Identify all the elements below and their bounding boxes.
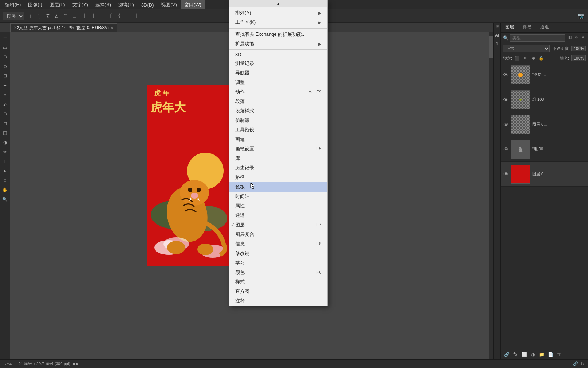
layer-item[interactable]: 👁 组 103 xyxy=(501,87,588,112)
menu-item-exchange[interactable]: 查找有关 Exchange 的扩展功能... xyxy=(229,30,327,39)
menu-item-measurement[interactable]: 测量记录 xyxy=(229,59,327,68)
layer-item[interactable]: 👁 图层 8... xyxy=(501,112,588,137)
menu-item-notes[interactable]: 注释 xyxy=(229,296,327,306)
menu-select[interactable]: 选择(S) xyxy=(92,0,115,9)
menu-item-learn[interactable]: 学习 xyxy=(229,258,327,268)
tool-hand[interactable]: ✋ xyxy=(1,185,9,194)
menu-item-para-styles[interactable]: 段落样式 xyxy=(229,106,327,116)
menu-layer[interactable]: 图层(L) xyxy=(46,0,69,9)
menu-3d[interactable]: 3D(D) xyxy=(138,1,158,9)
menu-item-tool-presets[interactable]: 工具预设 xyxy=(229,125,327,135)
add-style-icon[interactable]: fx xyxy=(512,351,519,358)
layer-visibility-eye[interactable]: 👁 xyxy=(503,122,509,127)
menu-scroll-up[interactable]: ▲ xyxy=(229,0,327,7)
menu-item-swatches[interactable]: 色板 xyxy=(229,182,327,192)
dist-icon-1[interactable]: ⎤ xyxy=(80,12,88,20)
align-icon-6[interactable]: ⎵ xyxy=(70,12,78,20)
tool-dodge[interactable]: ◑ xyxy=(1,138,9,147)
align-icon-2[interactable]: ⎱ xyxy=(35,12,43,20)
tool-crop[interactable]: ⊞ xyxy=(1,72,9,80)
link-layers-icon[interactable]: 🔗 xyxy=(503,351,510,358)
menu-item-histogram[interactable]: 直方图 xyxy=(229,287,327,296)
tool-eyedropper[interactable]: ✒ xyxy=(1,81,9,90)
dist-icon-4[interactable]: ⎧ xyxy=(107,12,115,20)
menu-item-clone[interactable]: 仿制源 xyxy=(229,116,327,125)
add-adjustment-icon[interactable]: ◑ xyxy=(529,351,537,358)
dist-icon-6[interactable]: ⎩ xyxy=(124,12,132,20)
menu-item-arrange[interactable]: 排列(A) ▶ xyxy=(229,8,327,18)
scrollbar-thumb[interactable] xyxy=(489,36,493,58)
menu-item-workspace[interactable]: 工作区(K) ▶ xyxy=(229,18,327,27)
menu-window[interactable]: 窗口(W) xyxy=(181,0,205,9)
menu-item-brush-settings[interactable]: 画笔设置 F5 xyxy=(229,144,327,154)
align-icon-4[interactable]: ⎳ xyxy=(53,12,61,20)
align-icon-1[interactable]: ⎰ xyxy=(26,12,34,20)
menu-item-layer-comps[interactable]: 图层复合 xyxy=(229,230,327,239)
new-group-icon[interactable]: 📁 xyxy=(538,351,545,358)
lock-pixels-icon[interactable]: ⬛ xyxy=(514,55,520,61)
filter-icon-3[interactable]: A xyxy=(580,35,586,41)
menu-item-info[interactable]: 信息 F8 xyxy=(229,239,327,249)
menu-item-adjustments[interactable]: 调整 xyxy=(229,78,327,87)
tool-move[interactable]: ✛ xyxy=(1,34,9,42)
tool-zoom[interactable]: 🔍 xyxy=(1,195,9,204)
dist-icon-7[interactable]: ⎪ xyxy=(133,12,141,20)
document-tab[interactable]: 22元旦 虎年大吉.psd @ 16.7% (图层 0, RGB/8#) × xyxy=(10,23,117,32)
layer-item[interactable]: 👁 "图层 ... xyxy=(501,62,588,87)
menu-item-paragraph[interactable]: 段落 xyxy=(229,97,327,106)
opacity-input[interactable]: 100% xyxy=(571,46,586,51)
tool-select-rect[interactable]: ▭ xyxy=(1,43,9,52)
layer-dropdown[interactable]: 图层 xyxy=(3,12,24,20)
menu-item-library[interactable]: 库 xyxy=(229,154,327,163)
tool-spot-heal[interactable]: ✦ xyxy=(1,91,9,99)
menu-item-history[interactable]: 历史记录 xyxy=(229,163,327,173)
new-layer-icon[interactable]: 📄 xyxy=(547,351,554,358)
panel-icon-1[interactable]: ⊞ xyxy=(494,24,500,30)
tool-gradient[interactable]: ◫ xyxy=(1,129,9,137)
lock-all-icon[interactable]: 🔒 xyxy=(538,55,544,61)
menu-item-paths[interactable]: 路径 xyxy=(229,173,327,182)
menu-text[interactable]: 文字(Y) xyxy=(69,0,92,9)
dist-icon-2[interactable]: ⎥ xyxy=(89,12,97,20)
filter-icon-4[interactable]: ✦ xyxy=(587,35,588,41)
tab-close-button[interactable]: × xyxy=(111,26,113,30)
menu-filter[interactable]: 滤镜(T) xyxy=(115,0,138,9)
dist-icon-5[interactable]: ⎨ xyxy=(115,12,123,20)
tool-path-select[interactable]: ▸ xyxy=(1,166,9,175)
tab-channels[interactable]: 通道 xyxy=(536,23,553,32)
layer-item[interactable]: 👁 图层 0 xyxy=(501,162,588,187)
menu-item-styles[interactable]: 样式 xyxy=(229,277,327,287)
panel-icon-para[interactable]: ¶ xyxy=(494,42,500,47)
menu-view[interactable]: 视图(V) xyxy=(157,0,180,9)
tool-shape[interactable]: □ xyxy=(1,176,9,185)
tool-eraser[interactable]: ◻ xyxy=(1,119,9,128)
add-mask-icon[interactable]: ⬜ xyxy=(521,351,528,358)
dist-icon-3[interactable]: ⎦ xyxy=(98,12,106,20)
menu-item-properties[interactable]: 属性 xyxy=(229,201,327,211)
fill-input[interactable]: 100% xyxy=(571,55,586,61)
panel-menu-icon[interactable]: ☰ xyxy=(582,23,588,28)
align-icon-3[interactable]: ⎲ xyxy=(44,12,52,20)
panel-icon-ai[interactable]: AI xyxy=(494,33,500,39)
lock-artboard-icon[interactable]: ⊕ xyxy=(530,55,536,61)
lock-move-icon[interactable]: ✏ xyxy=(522,55,528,61)
menu-item-actions[interactable]: 动作 Alt+F9 xyxy=(229,87,327,97)
filter-icon-1[interactable]: ◧ xyxy=(567,35,573,41)
layer-item[interactable]: 👁 ♞ "组 90 xyxy=(501,137,588,162)
layer-visibility-eye[interactable]: 👁 xyxy=(503,72,509,78)
layer-visibility-eye[interactable]: 👁 xyxy=(503,171,509,177)
tool-brush[interactable]: 🖌 xyxy=(1,100,9,109)
align-icon-5[interactable]: ⎴ xyxy=(61,12,69,20)
layer-search-input[interactable] xyxy=(510,34,565,42)
tab-layers[interactable]: 图层 xyxy=(501,23,518,32)
layer-visibility-eye[interactable]: 👁 xyxy=(503,146,509,152)
layer-visibility-eye[interactable]: 👁 xyxy=(503,97,509,103)
camera-icon[interactable]: 📷 xyxy=(577,12,585,20)
menu-item-timeline[interactable]: 时间轴 xyxy=(229,192,327,201)
menu-item-brush[interactable]: 画笔 xyxy=(229,135,327,144)
tool-magic-wand[interactable]: ⊘ xyxy=(1,62,9,71)
menu-item-modifiers[interactable]: 修改键 xyxy=(229,249,327,258)
tab-paths[interactable]: 路径 xyxy=(518,23,536,32)
tool-lasso[interactable]: ⊙ xyxy=(1,53,9,61)
menu-edit[interactable]: 编辑(E) xyxy=(1,0,24,9)
